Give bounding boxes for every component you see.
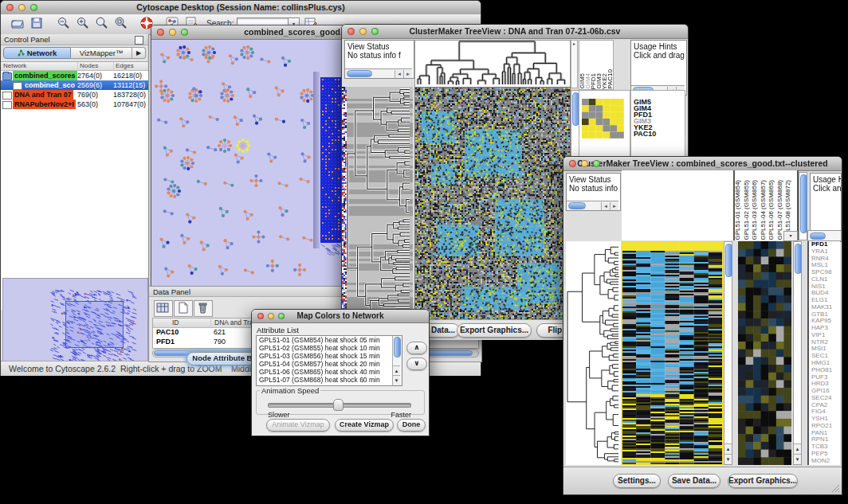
gene-label[interactable]: KAP95 bbox=[811, 318, 840, 325]
gene-label[interactable]: VIP1 bbox=[811, 332, 840, 339]
attribute-list-item[interactable]: GPL51-03 (GSM856) heat shock 15 min bbox=[257, 352, 402, 360]
zoom-button[interactable] bbox=[371, 28, 379, 35]
save-session-icon[interactable] bbox=[29, 16, 44, 33]
scroll-left-icon[interactable]: ◂ bbox=[601, 202, 610, 210]
column-dendrogram-area[interactable] bbox=[622, 170, 735, 240]
gene-label[interactable]: PUF3 bbox=[811, 374, 840, 381]
column-label[interactable]: GPL51-06 (GSM865) bbox=[768, 180, 777, 240]
gene-label[interactable]: SEC1 bbox=[811, 353, 840, 360]
minimize-button[interactable] bbox=[359, 28, 367, 35]
attribute-list[interactable]: GPL51-01 (GSM854) heat shock 05 minGPL51… bbox=[256, 335, 402, 386]
minimize-button[interactable] bbox=[268, 313, 274, 319]
gene-label[interactable]: GTB1 bbox=[811, 311, 840, 318]
tab-network[interactable]: Network bbox=[3, 47, 71, 59]
gene-label[interactable]: HRD3 bbox=[811, 381, 840, 388]
col-edges[interactable]: Edges bbox=[113, 62, 134, 69]
zoom-button[interactable] bbox=[30, 4, 37, 11]
move-up-button[interactable]: ∧ bbox=[406, 342, 427, 354]
network-table-row[interactable]: RNAPuberNov2+I 563(0) 107847(0) bbox=[1, 100, 148, 109]
gene-label[interactable]: CLN1 bbox=[811, 276, 840, 283]
gene-label[interactable]: FIG4 bbox=[811, 408, 840, 416]
resize-grip[interactable] bbox=[830, 483, 840, 493]
attribute-list-vscrollbar[interactable]: ▴ ▾ bbox=[392, 336, 402, 385]
save-data-button[interactable]: Save Data... bbox=[668, 474, 720, 488]
gene-label[interactable]: SEC24 bbox=[811, 395, 840, 402]
gene-label[interactable]: CPA2 bbox=[811, 402, 840, 409]
col-nodes[interactable]: Nodes bbox=[77, 62, 98, 69]
gene-label[interactable]: MAK31 bbox=[811, 304, 840, 311]
tab-overflow-button[interactable]: ▶ bbox=[132, 47, 146, 59]
column-dendrogram[interactable] bbox=[414, 40, 571, 88]
network-table-row[interactable]: combined_sco 2569(6) 13112(15) bbox=[1, 80, 148, 90]
treeview1-titlebar[interactable]: ClusterMaker TreeView : DNA and Tran 07-… bbox=[342, 25, 688, 39]
delete-attribute-icon[interactable] bbox=[194, 300, 213, 317]
gene-label[interactable]: RNR4 bbox=[811, 256, 840, 263]
network-table-row[interactable]: combined_scores 2764(0) 16218(0) bbox=[1, 71, 148, 80]
new-attribute-icon[interactable] bbox=[174, 300, 193, 317]
gene-label[interactable]: PAN1 bbox=[811, 430, 840, 437]
export-graphics-button[interactable]: Export Graphics... bbox=[457, 323, 532, 338]
network-overview[interactable] bbox=[2, 278, 148, 373]
gene-label[interactable]: MSL1 bbox=[811, 262, 840, 269]
close-button[interactable] bbox=[347, 28, 355, 35]
zoom-vscrollbar[interactable]: ▴ ▾ bbox=[793, 241, 802, 465]
close-button[interactable] bbox=[257, 313, 264, 319]
col-id[interactable]: ID bbox=[172, 318, 179, 326]
col-network[interactable]: Network bbox=[3, 62, 26, 69]
scroll-up-icon[interactable]: ▴ bbox=[724, 443, 732, 454]
minimize-button[interactable] bbox=[169, 29, 176, 36]
dialog-titlebar[interactable]: Map Colors to Network bbox=[252, 310, 429, 323]
attribute-list-item[interactable]: GPL51-02 (GSM855) heat shock 10 min bbox=[257, 344, 402, 352]
zoom-selected-icon[interactable] bbox=[114, 16, 128, 33]
move-down-button[interactable]: ∨ bbox=[406, 357, 427, 370]
zoom-button[interactable] bbox=[181, 29, 188, 36]
zoom-in-icon[interactable] bbox=[76, 16, 90, 33]
column-scroll-strip[interactable]: ▸ bbox=[571, 40, 578, 88]
treeview2-titlebar[interactable]: ClusterMaker TreeView : combined_scores_… bbox=[563, 157, 842, 171]
close-button[interactable] bbox=[157, 29, 164, 36]
view-status-scrollbar[interactable]: ◂ ▸ bbox=[345, 68, 412, 78]
gene-label[interactable]: PHO81 bbox=[811, 367, 840, 374]
gene-label[interactable]: PFD1 bbox=[811, 241, 840, 248]
column-label[interactable]: GPL51-01 (GSM854) bbox=[735, 180, 744, 240]
scroll-right-icon[interactable]: ▸ bbox=[403, 70, 412, 78]
gene-label[interactable]: BUD4 bbox=[811, 290, 840, 297]
zoom-fit-icon[interactable] bbox=[95, 16, 109, 33]
zoom-heatmap[interactable] bbox=[582, 99, 624, 139]
zoom-button[interactable] bbox=[593, 160, 600, 167]
gene-label[interactable]: NTR2 bbox=[811, 339, 840, 346]
zoom-heatmap[interactable] bbox=[738, 241, 791, 465]
tab-vizmapper[interactable]: VizMapper™ bbox=[71, 47, 132, 59]
gene-label[interactable]: RPO21 bbox=[811, 423, 840, 430]
main-titlebar[interactable]: Cytoscape Desktop (Session Name: collins… bbox=[1, 1, 481, 15]
float-panel-icon[interactable] bbox=[135, 36, 143, 45]
close-button[interactable] bbox=[569, 160, 576, 167]
zoom-out-icon[interactable] bbox=[57, 16, 71, 33]
gene-label[interactable]: TCB3 bbox=[811, 443, 840, 451]
open-session-icon[interactable] bbox=[10, 16, 25, 33]
heatmap-vscrollbar[interactable]: ▴ ▾ bbox=[724, 241, 732, 465]
attribute-list-item[interactable]: GPL51-06 (GSM865) heat shock 40 min bbox=[257, 368, 402, 376]
view-status-scrollbar[interactable]: ◂ ▸ bbox=[567, 201, 618, 210]
minimize-button[interactable] bbox=[581, 160, 588, 167]
network-table-row[interactable]: DNA and Tran 07 769(0) 183728(0) bbox=[1, 90, 148, 100]
create-vizmap-button[interactable]: Create Vizmap bbox=[335, 419, 394, 432]
scroll-down-icon[interactable]: ▾ bbox=[724, 454, 732, 464]
gene-label[interactable]: SPC98 bbox=[811, 269, 840, 276]
gene-label[interactable]: PEP5 bbox=[811, 451, 840, 458]
close-button[interactable] bbox=[6, 4, 14, 11]
labels-vscrollbar[interactable] bbox=[799, 172, 807, 240]
animate-vizmap-button[interactable]: Animate Vizmap bbox=[266, 419, 330, 432]
settings-button[interactable]: Settings... bbox=[613, 474, 661, 488]
scroll-up-icon[interactable]: ▴ bbox=[794, 443, 801, 454]
gene-label[interactable]: YRA1 bbox=[811, 248, 840, 256]
scroll-right-icon[interactable]: ▸ bbox=[610, 202, 618, 210]
attribute-list-item[interactable]: GPL51-01 (GSM854) heat shock 05 min bbox=[257, 336, 402, 344]
gene-label[interactable]: RPN1 bbox=[811, 436, 840, 443]
row-dendrogram[interactable] bbox=[342, 87, 413, 319]
attribute-list-item[interactable]: GPL51-07 (GSM868) heat shock 60 min bbox=[257, 376, 402, 384]
gene-label[interactable]: PAC10 bbox=[631, 131, 685, 137]
row-dendrogram[interactable] bbox=[566, 241, 621, 465]
column-label[interactable]: GPL51-03 (GSM856) bbox=[752, 180, 760, 240]
global-heatmap[interactable] bbox=[414, 87, 571, 321]
